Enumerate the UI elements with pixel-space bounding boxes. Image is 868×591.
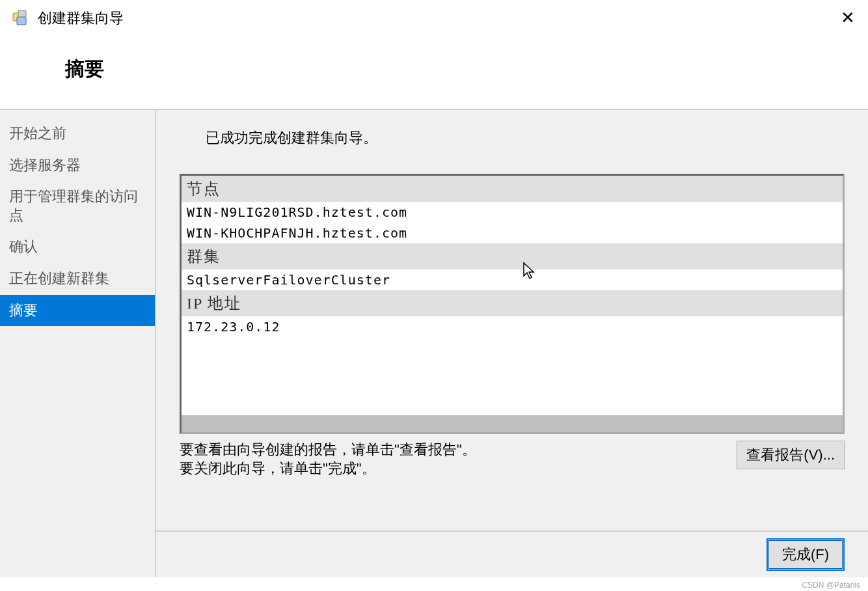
hint-row: 要查看由向导创建的报告，请单击"查看报告"。 要关闭此向导，请单击"完成"。 查… [180,441,845,478]
content-area: 开始之前 选择服务器 用于管理群集的访问点 确认 正在创建新群集 摘要 已成功完… [0,109,868,577]
svg-rect-2 [18,10,26,17]
node-value: WIN-N9LIG201RSD.hztest.com [182,202,843,223]
sidebar-item-before-begin[interactable]: 开始之前 [0,118,155,150]
section-header-ip: IP 地址 [182,290,843,316]
sidebar-item-select-server[interactable]: 选择服务器 [0,150,155,182]
main-panel: 已成功完成创建群集向导。 节点 WIN-N9LIG201RSD.hztest.c… [155,110,868,577]
svg-rect-1 [17,17,26,25]
view-report-button[interactable]: 查看报告(V)... [737,441,845,469]
watermark: CSDN @Patanis [802,581,860,590]
section-header-nodes: 节点 [182,176,843,202]
close-button[interactable]: ✕ [841,9,855,26]
report-scrollbar-track [182,415,843,432]
report-box: 节点 WIN-N9LIG201RSD.hztest.com WIN-KHOCHP… [180,174,845,434]
sidebar-item-creating[interactable]: 正在创建新群集 [0,263,155,295]
sidebar-item-summary[interactable]: 摘要 [0,295,155,327]
sidebar: 开始之前 选择服务器 用于管理群集的访问点 确认 正在创建新群集 摘要 [0,110,155,577]
report-scroll[interactable]: 节点 WIN-N9LIG201RSD.hztest.com WIN-KHOCHP… [182,176,843,432]
sidebar-item-access-point[interactable]: 用于管理群集的访问点 [0,181,155,231]
hint-line-2: 要关闭此向导，请单击"完成"。 [180,460,376,476]
titlebar: 创建群集向导 [0,0,868,36]
page-title: 摘要 [0,36,868,109]
hint-text: 要查看由向导创建的报告，请单击"查看报告"。 要关闭此向导，请单击"完成"。 [180,441,724,478]
section-header-cluster: 群集 [182,243,843,269]
node-value: WIN-KHOCHPAFNJH.hztest.com [182,223,843,243]
success-message: 已成功完成创建群集向导。 [206,128,845,148]
cluster-value: SqlserverFailoverCluster [182,269,843,290]
bottom-bar: 完成(F) [156,530,868,577]
wizard-icon [10,8,31,29]
ip-value: 172.23.0.12 [182,316,843,337]
sidebar-item-confirm[interactable]: 确认 [0,231,155,263]
finish-button[interactable]: 完成(F) [766,538,845,571]
hint-line-1: 要查看由向导创建的报告，请单击"查看报告"。 [180,441,476,458]
window-title: 创建群集向导 [38,8,124,28]
